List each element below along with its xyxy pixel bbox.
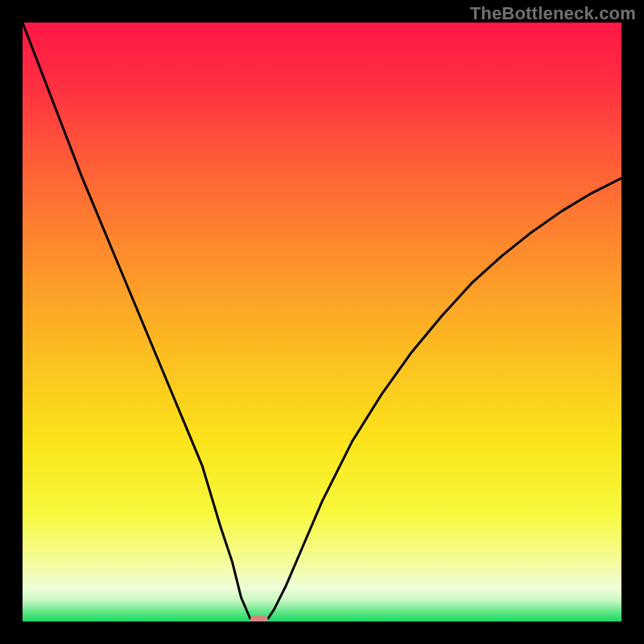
gradient-background [23, 23, 621, 621]
plot-area [23, 23, 621, 621]
chart-frame: TheBottleneck.com [0, 0, 644, 644]
watermark-text: TheBottleneck.com [470, 3, 636, 24]
min-marker [250, 616, 268, 621]
bottleneck-chart [23, 23, 621, 621]
